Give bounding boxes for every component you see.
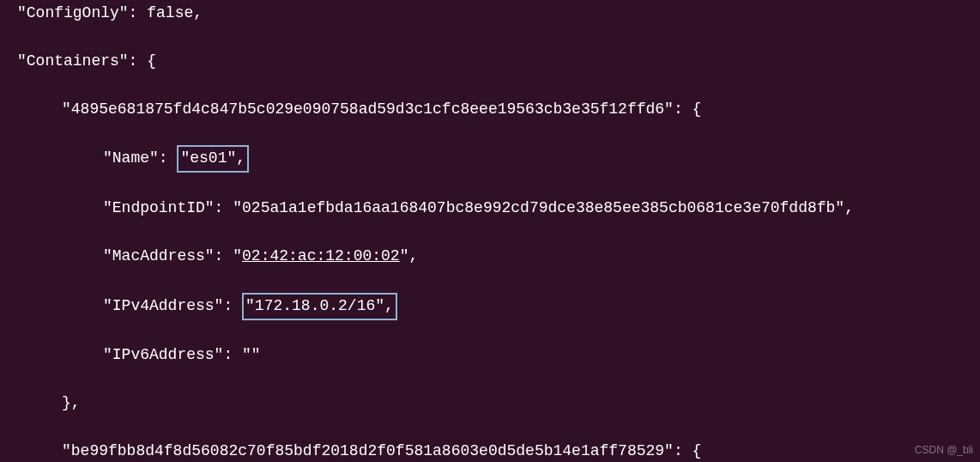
json-line: "ConfigOnly": false, bbox=[0, 2, 980, 26]
json-line: }, bbox=[0, 392, 980, 416]
terminal-output: "ConfigOnly": false, "Containers": { "48… bbox=[0, 2, 980, 462]
container-mac-line: "MacAddress": "02:42:ac:12:00:02", bbox=[0, 245, 980, 269]
container-endpoint-line: "EndpointID": "025a1a1efbda16aa168407bc8… bbox=[0, 197, 980, 221]
json-line: "Containers": { bbox=[0, 50, 980, 74]
container-ipv4-line: "IPv4Address": "172.18.0.2/16", bbox=[0, 293, 980, 320]
container-id: "4895e681875fd4c847b5c029e090758ad59d3c1… bbox=[0, 98, 980, 122]
watermark: CSDN @_bli bbox=[915, 442, 973, 459]
container-id: "be99fbb8d4f8d56082c70f85bdf2018d2f0f581… bbox=[0, 440, 980, 462]
highlight-name-es01: "es01", bbox=[177, 145, 249, 173]
mac-underlined: 02:42:ac:12:00:02 bbox=[242, 247, 400, 264]
container-ipv6-line: "IPv6Address": "" bbox=[0, 343, 980, 368]
container-name-line: "Name": "es01", bbox=[0, 145, 980, 173]
highlight-ipv4-es01: "172.18.0.2/16", bbox=[242, 293, 397, 320]
